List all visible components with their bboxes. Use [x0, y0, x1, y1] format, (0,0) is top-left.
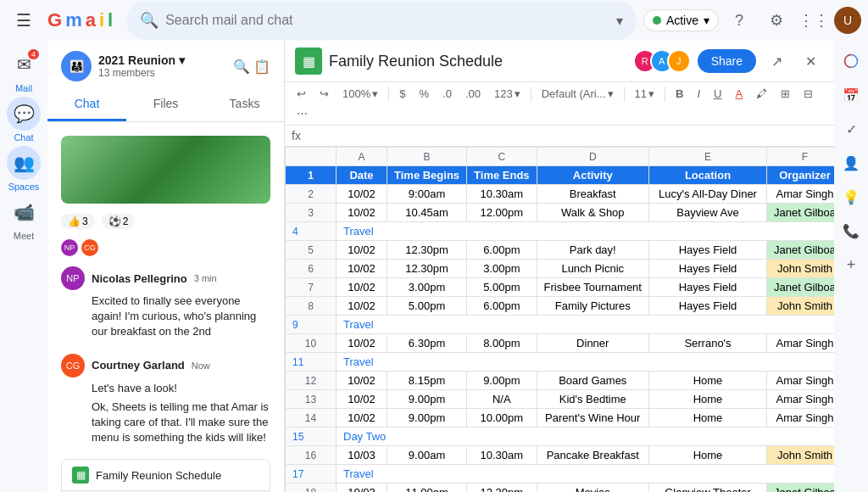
text-color-button[interactable]: A — [730, 86, 748, 102]
cell-organizer[interactable]: John Smith — [767, 446, 834, 465]
cell-location[interactable]: Serrano's — [648, 334, 766, 353]
cell-organizer[interactable]: Amar Singh — [767, 390, 834, 409]
table-row[interactable]: 7 10/02 3.00pm 5.00pm Frisbee Tournament… — [286, 278, 835, 297]
table-row[interactable]: 17 Travel — [286, 465, 835, 484]
cell-start[interactable]: 9.00am — [387, 446, 467, 465]
cell-date[interactable]: 10/03 — [337, 484, 387, 493]
cell-start[interactable]: 10.45am — [387, 204, 467, 222]
cell-activity[interactable]: Movies — [537, 484, 648, 493]
col-header-d[interactable]: D — [537, 148, 648, 166]
user-avatar[interactable]: U — [834, 7, 861, 34]
cell-start[interactable]: 12.30pm — [387, 260, 467, 278]
cell-location[interactable]: Hayes Field — [648, 297, 766, 316]
cell-activity[interactable]: Parent's Wine Hour — [537, 409, 648, 428]
table-row[interactable]: 1 Date Time Begins Time Ends Activity Lo… — [286, 166, 835, 185]
apps-button[interactable]: ⋮⋮ — [797, 3, 831, 37]
active-status-badge[interactable]: Active ▾ — [643, 9, 719, 31]
cell-activity[interactable]: Dinner — [537, 334, 648, 353]
cell-end[interactable]: 10.00pm — [467, 409, 537, 428]
highlight-button[interactable]: 🖍 — [751, 86, 772, 102]
contacts-icon-right[interactable]: 👤 — [837, 149, 865, 176]
cell-start[interactable]: 12.30pm — [387, 241, 467, 260]
cell-location[interactable]: Bayview Ave — [648, 204, 766, 222]
tab-files[interactable]: Files — [126, 88, 205, 121]
cell-date[interactable]: 10/02 — [337, 204, 387, 222]
bold-button[interactable]: B — [670, 86, 688, 102]
search-chat-icon[interactable]: 🔍 — [233, 59, 250, 75]
phone-icon-right[interactable]: 📞 — [837, 217, 865, 244]
close-icon[interactable]: ✕ — [797, 48, 824, 75]
cell-organizer[interactable]: John Smith — [767, 260, 834, 278]
open-in-new-icon[interactable]: ↗ — [763, 48, 790, 75]
underline-button[interactable]: U — [709, 86, 726, 102]
cell-start[interactable]: 11.00am — [387, 484, 467, 493]
borders-button[interactable]: ⊞ — [776, 86, 795, 102]
reaction-thumbs-up[interactable]: 👍 3 — [61, 214, 95, 229]
table-row[interactable]: 3 10/02 10.45am 12.00pm Walk & Shop Bayv… — [286, 204, 835, 222]
cell-organizer[interactable]: Janet Gilboa — [767, 278, 834, 297]
cell-date[interactable]: 10/02 — [337, 409, 387, 428]
search-input[interactable] — [165, 13, 609, 28]
cell-date[interactable]: 10/02 — [337, 334, 387, 353]
right-icon-google[interactable] — [837, 48, 865, 75]
cell-location[interactable]: Hayes Field — [648, 260, 766, 278]
cell-date[interactable]: 10/03 — [337, 446, 387, 465]
sidebar-item-spaces[interactable]: 👥 — [7, 146, 41, 180]
table-row[interactable]: 9 Travel — [286, 316, 835, 334]
hamburger-menu[interactable]: ☰ — [7, 3, 41, 37]
cell-start[interactable]: 9.00pm — [387, 409, 467, 428]
keep-icon-right[interactable]: 💡 — [837, 183, 865, 210]
calendar-icon-right[interactable]: 📅 — [837, 81, 865, 109]
table-row[interactable]: 18 10/03 11.00am 12.30pm Movies Glenview… — [286, 484, 835, 493]
cell-organizer[interactable]: Amar Singh — [767, 334, 834, 353]
cell-end[interactable]: 12.00pm — [467, 204, 537, 222]
format-number-button[interactable]: 123 ▾ — [489, 86, 526, 102]
cell-location[interactable]: Home — [648, 390, 766, 409]
search-bar[interactable]: 🔍 ▾ — [126, 1, 637, 40]
col-header-b[interactable]: B — [387, 148, 467, 166]
table-row[interactable]: 13 10/02 9.00pm N/A Kid's Bedtime Home A… — [286, 390, 835, 409]
cell-location[interactable]: Home — [648, 372, 766, 390]
cell-organizer[interactable]: Amar Singh — [767, 372, 834, 390]
reaction-soccer[interactable]: ⚽ 2 — [102, 214, 136, 229]
col-header-a[interactable]: A — [337, 148, 387, 166]
table-row[interactable]: 4 Travel — [286, 222, 835, 241]
cell-start[interactable]: 9.00pm — [387, 390, 467, 409]
group-dropdown-icon[interactable]: ▾ — [179, 53, 185, 67]
table-row[interactable]: 16 10/03 9.00am 10.30am Pancake Breakfas… — [286, 446, 835, 465]
cell-start[interactable]: 3.00pm — [387, 278, 467, 297]
video-call-icon[interactable]: 📋 — [253, 59, 270, 75]
tab-tasks[interactable]: Tasks — [205, 88, 284, 121]
cell-date[interactable]: 10/02 — [337, 297, 387, 316]
cell-end[interactable]: 10.30am — [467, 446, 537, 465]
cell-organizer[interactable]: John Smith — [767, 297, 834, 316]
table-row[interactable]: 12 10/02 8.15pm 9.00pm Board Games Home … — [286, 372, 835, 390]
cell-location[interactable]: Home — [648, 446, 766, 465]
cell-end[interactable]: 8.00pm — [467, 334, 537, 353]
cell-start[interactable]: 9:00am — [387, 185, 467, 204]
cell-activity[interactable]: Breakfast — [537, 185, 648, 204]
cell-date[interactable]: 10/02 — [337, 278, 387, 297]
cell-end[interactable]: N/A — [467, 390, 537, 409]
tasks-icon-right[interactable]: ✓ — [837, 115, 865, 143]
cell-organizer[interactable]: Janet Gilboa — [767, 241, 834, 260]
cell-activity[interactable]: Frisbee Tournament — [537, 278, 648, 297]
undo-button[interactable]: ↩ — [292, 86, 311, 102]
cell-organizer[interactable]: Amar Singh — [767, 185, 834, 204]
cell-activity[interactable]: Lunch Picnic — [537, 260, 648, 278]
cell-location[interactable]: Home — [648, 409, 766, 428]
share-button[interactable]: Share — [698, 49, 756, 73]
cell-activity[interactable]: Board Games — [537, 372, 648, 390]
tab-chat[interactable]: Chat — [47, 88, 126, 121]
col-header-c[interactable]: C — [467, 148, 537, 166]
help-button[interactable]: ? — [722, 3, 756, 37]
cell-location[interactable]: Hayes Field — [648, 241, 766, 260]
add-addon-icon[interactable]: + — [837, 251, 865, 278]
cell-location[interactable]: Lucy's All-Day Diner — [648, 185, 766, 204]
table-row[interactable]: 8 10/02 5.00pm 6.00pm Family Pictures Ha… — [286, 297, 835, 316]
font-size-select[interactable]: 11 ▾ — [630, 86, 659, 102]
cell-date[interactable]: 10/02 — [337, 372, 387, 390]
sidebar-item-meet[interactable]: 📹 — [7, 195, 41, 229]
zoom-select[interactable]: 100% ▾ — [337, 86, 383, 102]
cell-end[interactable]: 10.30am — [467, 185, 537, 204]
